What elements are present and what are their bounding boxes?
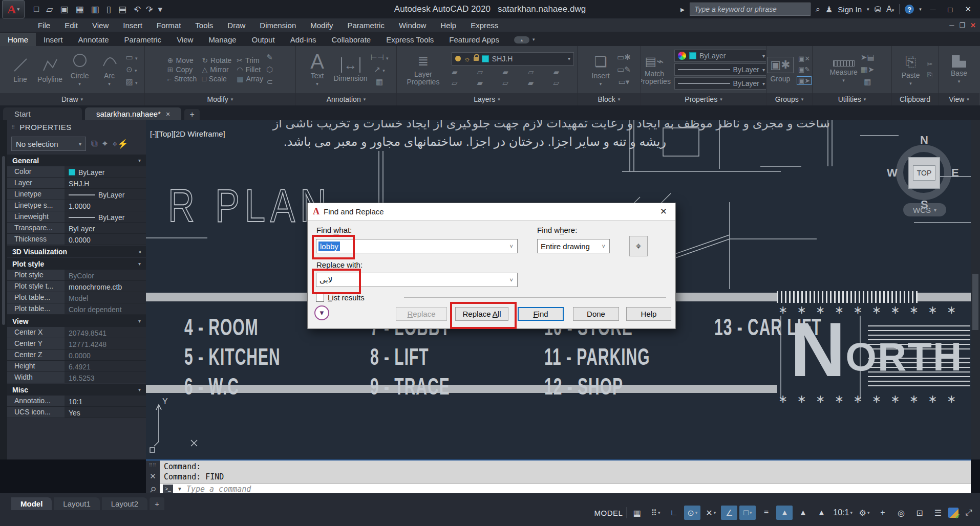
ribbon-tab[interactable]: Output: [244, 33, 283, 46]
help-dropdown-icon[interactable]: ▾: [919, 7, 922, 12]
command-prompt-icon[interactable]: >_: [163, 485, 173, 493]
file-tab-current[interactable]: satarkhan.nahaee*×: [85, 107, 181, 120]
qat-customize-icon[interactable]: ▾: [158, 4, 163, 15]
section-plot-style[interactable]: Plot style▾: [7, 258, 146, 270]
fullscreen-icon[interactable]: ⤢: [961, 506, 977, 520]
ribbon-options-dropdown-icon[interactable]: ▾: [532, 37, 535, 42]
grid-icon[interactable]: ▦: [629, 506, 645, 520]
edit-block-icon[interactable]: ▭✎: [617, 65, 631, 74]
cut-icon[interactable]: ✂: [927, 60, 933, 68]
annotation-monitor-icon[interactable]: +: [875, 506, 891, 520]
list-results-checkbox[interactable]: List results: [316, 293, 365, 302]
layer-color-swatch[interactable]: [482, 55, 489, 62]
quick-select-palette-icon[interactable]: ⌖⚡: [113, 139, 129, 149]
toggle-pickadd-icon[interactable]: ⧉: [91, 139, 97, 149]
menu-item[interactable]: File: [31, 20, 57, 31]
annotation-panel-label[interactable]: Annotation▾: [296, 93, 396, 105]
prop-row-linetype[interactable]: Linetype ByLayer: [7, 189, 146, 200]
modify-tool-button[interactable]: ✂Trim: [237, 56, 263, 64]
layer-on-bulb-icon[interactable]: [455, 56, 461, 61]
customization-menu-icon[interactable]: ☰: [930, 506, 946, 520]
modify-tool-button[interactable]: ↻Rotate: [202, 56, 231, 64]
layer-unisolate-icon[interactable]: ▱: [452, 78, 473, 87]
minimize-button[interactable]: ─: [927, 5, 940, 14]
viewcube-east[interactable]: E: [951, 166, 959, 180]
doc-close-button[interactable]: ✕: [970, 21, 976, 29]
wcs-dropdown[interactable]: WCS▾: [903, 203, 946, 216]
ribbon-tab[interactable]: Insert: [36, 33, 71, 46]
ribbon-tab[interactable]: Manage: [201, 33, 244, 46]
find-button[interactable]: Find: [518, 307, 564, 321]
viewcube-west[interactable]: W: [887, 166, 898, 180]
modify-tool-button[interactable]: ◠Fillet: [237, 65, 263, 74]
copy-clip-icon[interactable]: ⎘: [927, 71, 932, 79]
graphics-performance-icon[interactable]: [948, 508, 958, 518]
clean-screen-icon[interactable]: ⊡: [911, 506, 928, 520]
match-properties-button[interactable]: ▤⌁ Match Properties: [641, 54, 670, 85]
prop-row[interactable]: Center Z 0.0000: [7, 349, 146, 361]
rectangle-tool-icon[interactable]: ▭ ▾: [126, 53, 138, 62]
lineweight-dropdown[interactable]: ByLayer ▾: [674, 63, 766, 76]
viewcube[interactable]: N W E S TOP WCS▾: [891, 136, 957, 217]
modify-tool-button[interactable]: △Mirror: [202, 65, 231, 74]
close-button[interactable]: ✕: [961, 5, 975, 14]
layer-thaw-all-icon[interactable]: ▰: [477, 78, 498, 87]
search-icon[interactable]: ⌕: [816, 5, 820, 14]
autoscale-icon[interactable]: ▲: [795, 506, 811, 520]
prop-row[interactable]: Annotatio... 10:1: [7, 396, 146, 407]
viewcube-top-face[interactable]: TOP: [908, 157, 940, 189]
layer-dropdown-arrow-icon[interactable]: ▾: [568, 56, 570, 61]
object-snap-icon[interactable]: □▾: [739, 506, 756, 520]
draw-panel-label[interactable]: Draw▾: [0, 93, 144, 105]
command-input-row[interactable]: >_ ▼ Type a command: [160, 483, 971, 494]
linetype-dropdown[interactable]: ByLayer ▾: [674, 77, 766, 90]
isometric-drafting-icon[interactable]: ✕▾: [702, 506, 719, 520]
file-tab-start[interactable]: Start: [3, 107, 82, 120]
block-attrib-icon[interactable]: ▭▾: [619, 77, 630, 86]
explode-tool-icon[interactable]: ⬡: [266, 65, 273, 74]
command-input-placeholder[interactable]: Type a command: [186, 485, 251, 494]
menu-item[interactable]: Tools: [188, 20, 220, 31]
save-as-icon[interactable]: ▦: [75, 4, 83, 15]
palette-header[interactable]: ⠿ PROPERTIES: [7, 120, 146, 134]
prop-row[interactable]: Plot style t... monochrome.ctb: [7, 281, 146, 292]
ribbon-tab[interactable]: Featured Apps: [441, 33, 507, 46]
sign-in-button[interactable]: Sign In: [838, 5, 862, 14]
help-button[interactable]: Help: [626, 307, 671, 321]
quick-select-icon[interactable]: ➤▤: [861, 53, 875, 62]
annotation-scale-icon[interactable]: ▲: [813, 506, 829, 520]
find-what-dropdown-icon[interactable]: ˅: [506, 243, 517, 249]
section-general[interactable]: General▾: [7, 155, 146, 166]
prop-row[interactable]: Plot style ByColor: [7, 270, 146, 281]
section-3d-visualization[interactable]: 3D Visualization◂: [7, 246, 146, 257]
ribbon-tab[interactable]: Parametric: [117, 33, 169, 46]
prop-row-color[interactable]: Color ByLayer: [7, 166, 146, 178]
prop-row-linetype-scale[interactable]: Linetype s... 1.0000: [7, 200, 146, 211]
scrollbar-thumb[interactable]: [972, 274, 978, 330]
ribbon-tab[interactable]: View: [169, 33, 201, 46]
paste-button[interactable]: ⎘ Paste▾: [898, 54, 924, 86]
file-tab-close-icon[interactable]: ×: [166, 110, 170, 118]
quick-calc-icon[interactable]: ▦➤: [861, 65, 875, 74]
circle-tool-button[interactable]: Circle▾: [67, 53, 93, 86]
layer-isolate-icon[interactable]: ▱: [477, 68, 498, 77]
replace-with-dropdown-icon[interactable]: ˅: [506, 277, 517, 283]
menu-item[interactable]: Help: [433, 20, 463, 31]
command-history[interactable]: Command: Command: FIND: [160, 461, 971, 483]
polyline-tool-button[interactable]: Polyline: [37, 56, 63, 83]
ribbon-options-icon[interactable]: ▴: [514, 36, 529, 43]
done-button[interactable]: Done: [573, 307, 619, 321]
dialog-title-bar[interactable]: A Find and Replace ✕: [308, 203, 675, 221]
redo-icon[interactable]: ↷▾: [146, 4, 151, 15]
menu-item[interactable]: Window: [392, 20, 433, 31]
leader-icon[interactable]: ↗ ▾: [374, 65, 385, 74]
layer-off-icon[interactable]: ▰: [452, 68, 473, 77]
checkbox-box[interactable]: [316, 294, 324, 302]
menu-item[interactable]: Parametric: [340, 20, 392, 31]
scale-value[interactable]: 10:1▾: [832, 506, 854, 520]
base-view-button[interactable]: Base▾: [946, 55, 972, 84]
command-grip-icon[interactable]: ⠿⠿: [149, 463, 157, 468]
find-where-dropdown[interactable]: Entire drawing ˅: [537, 239, 610, 253]
ribbon-tab[interactable]: Collaborate: [324, 33, 378, 46]
prop-row[interactable]: Height 6.4921: [7, 361, 146, 372]
